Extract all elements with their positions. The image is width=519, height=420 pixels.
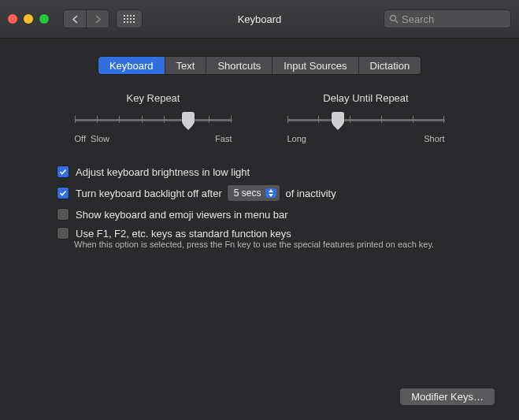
titlebar: Keyboard Search — [0, 0, 519, 39]
fnkeys-checkbox[interactable] — [57, 227, 69, 240]
forward-button[interactable] — [86, 10, 109, 28]
backlight-pre: Turn keyboard backlight off after — [76, 188, 222, 199]
svg-rect-11 — [133, 21, 135, 23]
svg-rect-9 — [127, 21, 128, 23]
key-repeat-slider: Key Repeat Off Slow Fast — [75, 92, 232, 143]
search-input[interactable]: Search — [384, 9, 511, 28]
svg-rect-3 — [133, 15, 135, 17]
delay-scale: Long Short — [287, 134, 445, 143]
tab-input-sources[interactable]: Input Sources — [272, 57, 358, 74]
tab-keyboard[interactable]: Keyboard — [98, 57, 165, 74]
svg-rect-5 — [127, 18, 128, 20]
tab-bar-container: Keyboard Text Shortcuts Input Sources Di… — [24, 56, 495, 75]
key-repeat-track[interactable] — [75, 112, 232, 129]
back-button[interactable] — [64, 10, 86, 28]
modifier-keys-button[interactable]: Modifier Keys… — [399, 388, 495, 406]
key-repeat-label: Key Repeat — [75, 92, 232, 104]
fnkeys-row: Use F1, F2, etc. keys as standard functi… — [57, 227, 495, 240]
close-icon[interactable] — [8, 14, 17, 24]
delay-knob[interactable] — [332, 112, 344, 126]
show-all-button[interactable] — [116, 9, 143, 28]
zoom-icon[interactable] — [39, 14, 49, 24]
checkbox-group: Adjust keyboard brightness in low light … — [24, 165, 495, 249]
brightness-row: Adjust keyboard brightness in low light — [57, 165, 495, 178]
backlight-duration-value: 5 secs — [234, 188, 261, 199]
search-icon — [389, 14, 399, 24]
viewers-checkbox[interactable] — [57, 208, 69, 221]
minimize-icon[interactable] — [24, 14, 33, 24]
delay-track[interactable] — [287, 112, 445, 129]
svg-rect-6 — [130, 18, 132, 20]
svg-rect-7 — [133, 18, 135, 20]
key-repeat-knob[interactable] — [182, 112, 195, 126]
svg-rect-1 — [127, 15, 128, 17]
slider-row: Key Repeat Off Slow Fast Delay Until Rep… — [24, 92, 495, 143]
delay-label: Delay Until Repeat — [287, 92, 445, 104]
tab-text[interactable]: Text — [165, 57, 206, 74]
brightness-label: Adjust keyboard brightness in low light — [76, 166, 250, 178]
viewers-row: Show keyboard and emoji viewers in menu … — [57, 208, 495, 221]
svg-rect-10 — [130, 21, 132, 23]
key-repeat-scale: Off Slow Fast — [75, 134, 232, 143]
svg-rect-2 — [130, 15, 132, 17]
fnkeys-subtext: When this option is selected, press the … — [74, 240, 495, 249]
viewers-label: Show keyboard and emoji viewers in menu … — [76, 209, 288, 221]
brightness-checkbox[interactable] — [57, 165, 69, 178]
fnkeys-label: Use F1, F2, etc. keys as standard functi… — [76, 228, 291, 240]
tab-dictation[interactable]: Dictation — [358, 57, 421, 74]
backlight-checkbox[interactable] — [57, 187, 69, 199]
tab-shortcuts[interactable]: Shortcuts — [206, 57, 272, 74]
window-controls — [8, 14, 49, 24]
svg-point-12 — [391, 16, 396, 21]
tab-bar: Keyboard Text Shortcuts Input Sources Di… — [98, 56, 421, 75]
search-placeholder: Search — [402, 13, 434, 25]
svg-rect-0 — [124, 15, 125, 17]
backlight-duration-select[interactable]: 5 secs — [227, 184, 281, 202]
svg-rect-4 — [124, 18, 125, 20]
pane-body: Keyboard Text Shortcuts Input Sources Di… — [0, 39, 519, 265]
svg-rect-8 — [124, 21, 125, 23]
backlight-row: Turn keyboard backlight off after 5 secs… — [57, 184, 495, 202]
delay-slider: Delay Until Repeat Long Short — [287, 92, 445, 143]
nav-buttons — [63, 9, 109, 28]
stepper-icon — [265, 188, 276, 198]
svg-line-13 — [395, 20, 398, 23]
backlight-post: of inactivity — [285, 188, 335, 199]
footer: Modifier Keys… — [399, 388, 495, 406]
